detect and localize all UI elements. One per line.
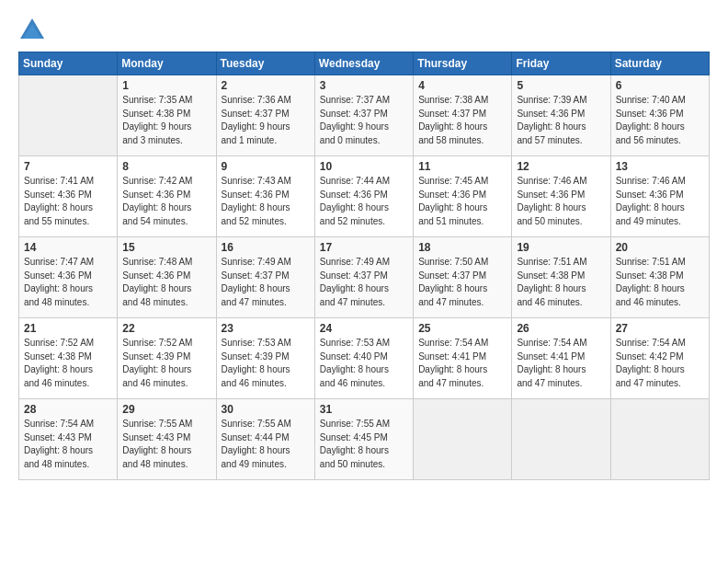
header — [18, 17, 710, 42]
calendar-cell: 25Sunrise: 7:54 AM Sunset: 4:41 PM Dayli… — [414, 318, 512, 399]
calendar-cell: 5Sunrise: 7:39 AM Sunset: 4:36 PM Daylig… — [512, 75, 610, 156]
calendar-cell: 24Sunrise: 7:53 AM Sunset: 4:40 PM Dayli… — [314, 318, 413, 399]
calendar-cell: 19Sunrise: 7:51 AM Sunset: 4:38 PM Dayli… — [512, 237, 610, 318]
day-info: Sunrise: 7:36 AM Sunset: 4:37 PM Dayligh… — [222, 94, 310, 147]
day-number: 26 — [517, 322, 605, 335]
calendar-table: SundayMondayTuesdayWednesdayThursdayFrid… — [18, 52, 710, 480]
calendar-cell — [610, 399, 709, 480]
calendar-week-row: 14Sunrise: 7:47 AM Sunset: 4:36 PM Dayli… — [19, 237, 710, 318]
calendar-cell — [414, 399, 512, 480]
day-number: 27 — [616, 322, 704, 335]
day-info: Sunrise: 7:55 AM Sunset: 4:45 PM Dayligh… — [320, 418, 408, 471]
day-number: 1 — [122, 79, 210, 92]
calendar-week-row: 7Sunrise: 7:41 AM Sunset: 4:36 PM Daylig… — [19, 156, 710, 237]
day-info: Sunrise: 7:55 AM Sunset: 4:44 PM Dayligh… — [222, 418, 310, 471]
day-number: 8 — [122, 160, 210, 173]
day-number: 29 — [122, 403, 210, 416]
calendar-cell: 17Sunrise: 7:49 AM Sunset: 4:37 PM Dayli… — [314, 237, 413, 318]
calendar-week-row: 1Sunrise: 7:35 AM Sunset: 4:38 PM Daylig… — [19, 75, 710, 156]
day-info: Sunrise: 7:38 AM Sunset: 4:37 PM Dayligh… — [418, 94, 506, 147]
day-info: Sunrise: 7:44 AM Sunset: 4:36 PM Dayligh… — [320, 175, 408, 228]
weekday-header-friday: Friday — [512, 52, 610, 75]
day-info: Sunrise: 7:54 AM Sunset: 4:42 PM Dayligh… — [616, 337, 704, 390]
calendar-cell: 4Sunrise: 7:38 AM Sunset: 4:37 PM Daylig… — [414, 75, 512, 156]
weekday-header-monday: Monday — [118, 52, 216, 75]
calendar-cell: 22Sunrise: 7:52 AM Sunset: 4:39 PM Dayli… — [118, 318, 216, 399]
weekday-header-saturday: Saturday — [610, 52, 709, 75]
day-number: 19 — [517, 241, 605, 254]
calendar-cell: 16Sunrise: 7:49 AM Sunset: 4:37 PM Dayli… — [216, 237, 314, 318]
day-info: Sunrise: 7:42 AM Sunset: 4:36 PM Dayligh… — [122, 175, 210, 228]
weekday-header-row: SundayMondayTuesdayWednesdayThursdayFrid… — [19, 52, 710, 75]
day-info: Sunrise: 7:46 AM Sunset: 4:36 PM Dayligh… — [616, 175, 704, 228]
day-info: Sunrise: 7:49 AM Sunset: 4:37 PM Dayligh… — [320, 256, 408, 309]
calendar-cell: 9Sunrise: 7:43 AM Sunset: 4:36 PM Daylig… — [216, 156, 314, 237]
day-number: 17 — [320, 241, 408, 254]
day-number: 14 — [24, 241, 112, 254]
day-info: Sunrise: 7:49 AM Sunset: 4:37 PM Dayligh… — [222, 256, 310, 309]
day-number: 16 — [222, 241, 310, 254]
day-number: 4 — [418, 79, 506, 92]
day-info: Sunrise: 7:51 AM Sunset: 4:38 PM Dayligh… — [517, 256, 605, 309]
day-info: Sunrise: 7:39 AM Sunset: 4:36 PM Dayligh… — [517, 94, 605, 147]
day-number: 20 — [616, 241, 704, 254]
calendar-cell — [19, 75, 118, 156]
calendar-cell: 26Sunrise: 7:54 AM Sunset: 4:41 PM Dayli… — [512, 318, 610, 399]
calendar-cell: 18Sunrise: 7:50 AM Sunset: 4:37 PM Dayli… — [414, 237, 512, 318]
day-info: Sunrise: 7:55 AM Sunset: 4:43 PM Dayligh… — [122, 418, 210, 471]
calendar-cell: 13Sunrise: 7:46 AM Sunset: 4:36 PM Dayli… — [610, 156, 709, 237]
day-info: Sunrise: 7:41 AM Sunset: 4:36 PM Dayligh… — [24, 175, 112, 228]
day-number: 13 — [616, 160, 704, 173]
calendar-cell: 11Sunrise: 7:45 AM Sunset: 4:36 PM Dayli… — [414, 156, 512, 237]
logo-icon — [18, 17, 46, 42]
calendar-cell: 7Sunrise: 7:41 AM Sunset: 4:36 PM Daylig… — [19, 156, 118, 237]
weekday-header-sunday: Sunday — [19, 52, 118, 75]
day-number: 7 — [24, 160, 112, 173]
calendar-cell: 10Sunrise: 7:44 AM Sunset: 4:36 PM Dayli… — [314, 156, 413, 237]
day-number: 12 — [517, 160, 605, 173]
day-info: Sunrise: 7:50 AM Sunset: 4:37 PM Dayligh… — [418, 256, 506, 309]
calendar-cell: 31Sunrise: 7:55 AM Sunset: 4:45 PM Dayli… — [314, 399, 413, 480]
day-info: Sunrise: 7:54 AM Sunset: 4:41 PM Dayligh… — [517, 337, 605, 390]
calendar-cell: 12Sunrise: 7:46 AM Sunset: 4:36 PM Dayli… — [512, 156, 610, 237]
day-number: 11 — [418, 160, 506, 173]
day-number: 25 — [418, 322, 506, 335]
calendar-cell: 15Sunrise: 7:48 AM Sunset: 4:36 PM Dayli… — [118, 237, 216, 318]
calendar-cell: 14Sunrise: 7:47 AM Sunset: 4:36 PM Dayli… — [19, 237, 118, 318]
calendar-cell: 1Sunrise: 7:35 AM Sunset: 4:38 PM Daylig… — [118, 75, 216, 156]
calendar-cell: 8Sunrise: 7:42 AM Sunset: 4:36 PM Daylig… — [118, 156, 216, 237]
day-number: 15 — [122, 241, 210, 254]
day-number: 21 — [24, 322, 112, 335]
calendar-cell: 28Sunrise: 7:54 AM Sunset: 4:43 PM Dayli… — [19, 399, 118, 480]
day-info: Sunrise: 7:54 AM Sunset: 4:43 PM Dayligh… — [24, 418, 112, 471]
day-number: 31 — [320, 403, 408, 416]
calendar-week-row: 21Sunrise: 7:52 AM Sunset: 4:38 PM Dayli… — [19, 318, 710, 399]
day-info: Sunrise: 7:46 AM Sunset: 4:36 PM Dayligh… — [517, 175, 605, 228]
day-info: Sunrise: 7:37 AM Sunset: 4:37 PM Dayligh… — [320, 94, 408, 147]
day-number: 28 — [24, 403, 112, 416]
day-number: 2 — [222, 79, 310, 92]
calendar-cell: 6Sunrise: 7:40 AM Sunset: 4:36 PM Daylig… — [610, 75, 709, 156]
calendar-cell: 20Sunrise: 7:51 AM Sunset: 4:38 PM Dayli… — [610, 237, 709, 318]
calendar-cell: 3Sunrise: 7:37 AM Sunset: 4:37 PM Daylig… — [314, 75, 413, 156]
day-number: 22 — [122, 322, 210, 335]
day-info: Sunrise: 7:43 AM Sunset: 4:36 PM Dayligh… — [222, 175, 310, 228]
day-info: Sunrise: 7:48 AM Sunset: 4:36 PM Dayligh… — [122, 256, 210, 309]
weekday-header-tuesday: Tuesday — [216, 52, 314, 75]
calendar-cell: 29Sunrise: 7:55 AM Sunset: 4:43 PM Dayli… — [118, 399, 216, 480]
calendar-cell: 30Sunrise: 7:55 AM Sunset: 4:44 PM Dayli… — [216, 399, 314, 480]
day-info: Sunrise: 7:54 AM Sunset: 4:41 PM Dayligh… — [418, 337, 506, 390]
calendar-cell: 2Sunrise: 7:36 AM Sunset: 4:37 PM Daylig… — [216, 75, 314, 156]
day-info: Sunrise: 7:40 AM Sunset: 4:36 PM Dayligh… — [616, 94, 704, 147]
calendar-cell — [512, 399, 610, 480]
day-number: 3 — [320, 79, 408, 92]
day-info: Sunrise: 7:52 AM Sunset: 4:39 PM Dayligh… — [122, 337, 210, 390]
page: SundayMondayTuesdayWednesdayThursdayFrid… — [0, 0, 728, 563]
day-info: Sunrise: 7:45 AM Sunset: 4:36 PM Dayligh… — [418, 175, 506, 228]
day-number: 18 — [418, 241, 506, 254]
weekday-header-wednesday: Wednesday — [314, 52, 413, 75]
day-info: Sunrise: 7:52 AM Sunset: 4:38 PM Dayligh… — [24, 337, 112, 390]
day-info: Sunrise: 7:53 AM Sunset: 4:39 PM Dayligh… — [222, 337, 310, 390]
day-number: 9 — [222, 160, 310, 173]
day-number: 24 — [320, 322, 408, 335]
